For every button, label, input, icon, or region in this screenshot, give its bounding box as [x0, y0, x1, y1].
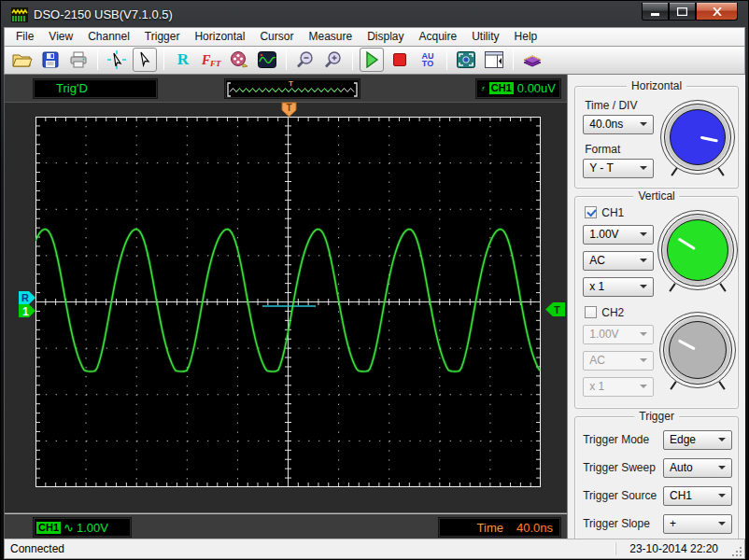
buffer-preview-box[interactable]: T	[224, 78, 360, 99]
film-reel-icon	[230, 50, 248, 69]
close-button[interactable]	[696, 3, 738, 21]
trigger-mode-row: Trigger Mode Edge	[583, 430, 732, 450]
trigger-slope-label: Trigger Slope	[583, 517, 650, 530]
fullscreen-icon	[457, 51, 475, 68]
menu-file[interactable]: File	[8, 28, 41, 45]
trigger-info-box: CH1 0.00uV	[475, 78, 561, 99]
auto-set-icon: AUTO	[422, 52, 434, 67]
trigger-position-marker[interactable]: T	[281, 102, 297, 118]
trigger-source-value: CH1	[670, 489, 692, 502]
window-title: DSO-2150 USB(V7.1.0.5)	[34, 7, 642, 21]
trigger-slope-select[interactable]: +	[663, 514, 732, 534]
zoom-in-icon	[324, 50, 343, 69]
svg-text:R: R	[21, 292, 29, 303]
time-div-select[interactable]: 40.0ns	[583, 115, 654, 134]
open-button[interactable]	[10, 48, 35, 72]
save-button[interactable]	[38, 48, 63, 72]
toolbar: R F FT	[4, 46, 745, 74]
chevron-down-icon	[640, 385, 647, 388]
timebase-info-box: Time 40.0ns	[438, 517, 561, 538]
chevron-down-icon	[640, 232, 647, 236]
channel1-info-box: CH1 ∿ 1.00V	[33, 517, 132, 538]
start-button[interactable]	[360, 48, 384, 72]
trigger-level-value: 0.00uV	[517, 81, 556, 95]
menu-display[interactable]: Display	[360, 28, 411, 45]
trigger-mode-value: Edge	[670, 433, 696, 446]
zoom-in-button[interactable]	[321, 48, 346, 72]
ch2-position-knob[interactable]	[663, 315, 732, 385]
trigger-sweep-select[interactable]: Auto	[663, 458, 732, 478]
channel1-badge: CH1	[36, 522, 61, 534]
trigger-mode-select[interactable]: Edge	[663, 430, 732, 450]
ch1-coupling-select[interactable]: AC	[583, 251, 654, 271]
auto-button[interactable]: AUTO	[416, 48, 440, 72]
toolbar-separator	[97, 49, 98, 70]
menu-horizontal[interactable]: Horizontal	[187, 28, 252, 45]
toolbar-separator	[286, 49, 287, 70]
chevron-down-icon	[640, 285, 647, 288]
menu-trigger[interactable]: Trigger	[137, 28, 188, 45]
trigger-status-strip: Trig'D T CH1 0.00uV	[5, 75, 567, 103]
refresh-button[interactable]: R	[171, 48, 195, 72]
select-cursor-button[interactable]	[133, 48, 157, 72]
menu-acquire[interactable]: Acquire	[412, 28, 465, 45]
waveform-display-icon	[258, 51, 276, 68]
ch1-position-knob[interactable]	[661, 214, 734, 287]
ch1-probe-select[interactable]: x 1	[583, 277, 654, 297]
zoom-out-button[interactable]	[293, 48, 318, 72]
menu-utility[interactable]: Utility	[464, 28, 506, 45]
control-panel: Horizontal Time / DIV 40.0ns Format Y - …	[567, 75, 745, 539]
waveform-display-button[interactable]	[255, 48, 279, 72]
help-button[interactable]	[520, 48, 544, 72]
help-book-icon	[522, 51, 543, 68]
ch2-checkbox[interactable]	[585, 306, 597, 318]
ch2-volts-value: 1.00V	[589, 328, 618, 341]
fullscreen-button[interactable]	[454, 48, 478, 72]
chevron-down-icon	[640, 166, 647, 170]
stop-button[interactable]	[388, 48, 412, 72]
svg-text:T: T	[287, 103, 292, 113]
panel-layout-icon	[485, 51, 503, 68]
trigger-sweep-row: Trigger Sweep Auto	[583, 458, 732, 478]
svg-text:T: T	[289, 79, 293, 88]
horizontal-position-knob[interactable]	[664, 104, 731, 171]
chevron-down-icon	[718, 522, 726, 525]
horizontal-group-title: Horizontal	[627, 79, 686, 92]
chevron-down-icon	[640, 332, 647, 336]
ch2-label: CH2	[601, 306, 624, 319]
chevron-down-icon	[718, 466, 726, 469]
title-bar[interactable]: DSO-2150 USB(V7.1.0.5)	[4, 1, 745, 27]
ch1-volts-select[interactable]: 1.00V	[583, 225, 654, 245]
panel-toggle-button[interactable]	[482, 48, 506, 72]
menu-channel[interactable]: Channel	[80, 28, 137, 45]
chevron-down-icon	[718, 438, 726, 441]
menu-cursor[interactable]: Cursor	[252, 28, 301, 45]
menu-view[interactable]: View	[41, 28, 80, 45]
menu-help[interactable]: Help	[507, 28, 545, 45]
print-button[interactable]	[66, 48, 91, 72]
scope-column: Trig'D T CH1 0.00uV	[4, 75, 567, 539]
buffer-preview-waveform: T	[225, 79, 360, 98]
resize-grip[interactable]	[731, 546, 742, 557]
fft-button[interactable]: F FT	[199, 48, 223, 72]
tracking-cursor-icon	[107, 50, 126, 69]
channel1-position-marker[interactable]: 1	[19, 304, 35, 317]
save-icon	[42, 51, 59, 68]
menu-measure[interactable]: Measure	[301, 28, 360, 45]
ch1-checkbox[interactable]	[585, 206, 597, 218]
maximize-button[interactable]	[669, 3, 696, 21]
svg-text:FT: FT	[209, 59, 221, 68]
trigger-source-select[interactable]: CH1	[663, 486, 732, 506]
reference-level-marker[interactable]: R	[19, 291, 35, 304]
format-select[interactable]: Y - T	[583, 159, 654, 178]
ch2-volts-select: 1.00V	[583, 325, 654, 344]
channel-info-strip: CH1 ∿ 1.00V Time 40.0ns	[5, 512, 567, 539]
toolbar-separator	[446, 49, 447, 70]
tracking-cursor-button[interactable]	[105, 48, 129, 72]
record-button[interactable]	[227, 48, 251, 72]
ch1-probe-value: x 1	[589, 280, 604, 293]
minimize-button[interactable]	[642, 3, 669, 21]
trigger-level-marker[interactable]: T	[545, 302, 565, 316]
chevron-down-icon	[640, 122, 647, 126]
scope-display-area: R 1 T T	[5, 103, 567, 512]
